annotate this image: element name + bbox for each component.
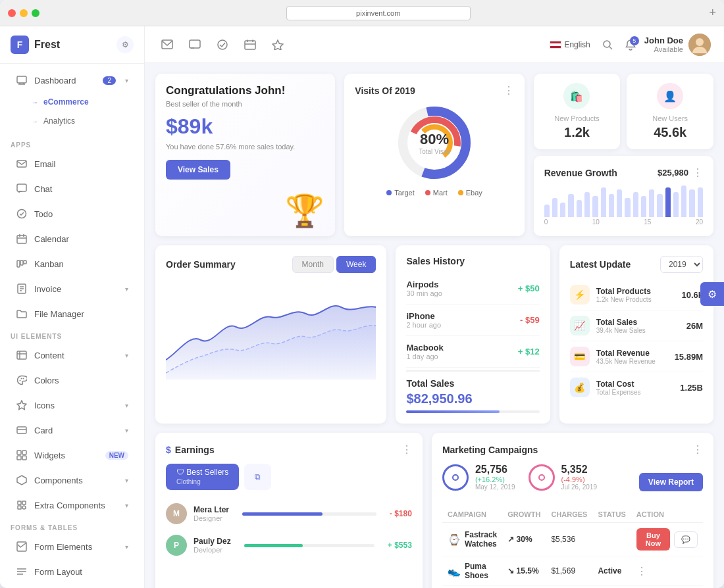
sidebar-item-chat[interactable]: Chat xyxy=(5,177,139,201)
marketing-title: Marketing Campaigns xyxy=(442,445,538,455)
update-cost-icon: 💰 xyxy=(570,378,590,397)
visits-menu[interactable]: ⋮ xyxy=(504,84,514,97)
legend-ebay: Ebay xyxy=(458,189,482,197)
update-cost-name: Total Cost xyxy=(596,380,674,389)
ui-section-label: UI ELEMENTS xyxy=(0,326,144,343)
sidebar-item-extra[interactable]: Extra Components ▾ xyxy=(5,493,139,517)
check-icon[interactable] xyxy=(213,36,232,54)
sidebar-item-widgets[interactable]: Widgets NEW xyxy=(5,443,139,467)
language-selector[interactable]: English xyxy=(550,40,590,49)
widgets-label: Widgets xyxy=(34,451,99,460)
sales-item-iphone: iPhone 2 hour ago - $59 xyxy=(406,305,539,336)
search-icon[interactable] xyxy=(598,36,617,54)
sidebar-item-colors[interactable]: Colors xyxy=(5,368,139,392)
form-elements-chevron: ▾ xyxy=(125,543,128,551)
sidebar-item-form-elements[interactable]: Form Elements ▾ xyxy=(5,535,139,558)
order-chart: 1 2 3 4 5 6 7 8 9 xyxy=(166,281,376,380)
sidebar-item-invoice[interactable]: Invoice ▾ xyxy=(5,277,139,301)
visits-card: Visits Of 2019 ⋮ 80% xyxy=(344,74,524,236)
sidebar-item-calendar[interactable]: Calendar xyxy=(5,227,139,251)
update-products-icon: ⚡ xyxy=(570,285,590,305)
mstat-1-change: (+16.2%) xyxy=(475,476,515,483)
td-puma-action: ⋮ xyxy=(631,556,703,586)
close-dot[interactable] xyxy=(8,9,16,17)
sidebar-item-filemanager[interactable]: File Manager xyxy=(5,302,139,326)
marketing-menu[interactable]: ⋮ xyxy=(692,443,703,456)
sidebar-item-components[interactable]: Components ▾ xyxy=(5,468,139,492)
sidebar-item-form-layout[interactable]: Form Layout xyxy=(5,560,139,583)
chat-button[interactable]: 💬 xyxy=(674,531,698,548)
congrats-desc: You have done 57.6% more sales today. xyxy=(166,143,324,151)
sales-name-airpods: Airpods xyxy=(406,280,442,289)
bottom-row: $ Earnings ⋮ 🛡 Best Sellers Clothing xyxy=(155,433,713,588)
revenue-bar-5 xyxy=(584,192,590,217)
mail-icon[interactable] xyxy=(158,36,176,54)
minimize-dot[interactable] xyxy=(20,9,28,17)
bar-label-3: 20 xyxy=(696,218,703,226)
mstat-1-value: 25,756 xyxy=(475,464,515,476)
revenue-bar-chart xyxy=(544,184,703,217)
new-tab-button[interactable]: + xyxy=(709,6,716,20)
congrats-card: Congratulations John! Best seller of the… xyxy=(155,74,335,236)
icons-icon xyxy=(16,399,28,411)
sidebar-item-card[interactable]: Card ▾ xyxy=(5,418,139,442)
calendar-header-icon[interactable] xyxy=(241,36,259,54)
sidebar-item-icons[interactable]: Icons ▾ xyxy=(5,393,139,417)
notifications-button[interactable]: 5 xyxy=(625,39,636,51)
view-sales-button[interactable]: View Sales xyxy=(166,160,230,180)
td-fastrack-charges: $5,536 xyxy=(546,523,592,556)
titlebar: + xyxy=(0,0,724,26)
url-input[interactable] xyxy=(286,6,471,20)
sidebar-item-email[interactable]: Email xyxy=(5,152,139,176)
sidebar-item-ecommerce[interactable]: → eCommerce xyxy=(25,93,139,111)
email-label: Email xyxy=(34,159,128,169)
user-name: John Doe xyxy=(644,36,683,45)
svg-rect-7 xyxy=(17,235,26,243)
revenue-menu[interactable]: ⋮ xyxy=(692,166,703,179)
person-pauly-role: Devloper xyxy=(194,546,231,554)
extra-icon xyxy=(16,499,28,511)
sidebar-item-kanban[interactable]: Kanban xyxy=(5,252,139,276)
settings-icon[interactable]: ⚙ xyxy=(116,36,134,53)
order-tab-month[interactable]: Month xyxy=(292,256,334,273)
card-chevron: ▾ xyxy=(125,427,128,434)
sidebar-item-dashboard[interactable]: Dashboard 2 ▾ xyxy=(5,68,139,92)
table-row-fastrack: ⌚ Fastrack Watches ↗ 30% $5,536 xyxy=(442,523,703,556)
sidebar-item-content[interactable]: Content ▾ xyxy=(5,343,139,367)
logo-icon: F xyxy=(11,36,29,54)
revenue-bar-3 xyxy=(568,194,573,217)
buy-now-button[interactable]: Buy Now xyxy=(636,528,670,551)
sidebar-item-todo[interactable]: Todo xyxy=(5,202,139,226)
message-icon[interactable] xyxy=(186,36,204,54)
order-tab-week[interactable]: Week xyxy=(336,256,376,273)
td-puma-charges: $1,569 xyxy=(546,556,592,586)
view-report-button[interactable]: View Report xyxy=(639,473,703,491)
earnings-tab-copy[interactable]: ⧉ xyxy=(244,464,271,490)
sidebar-item-analytics[interactable]: → Analytics xyxy=(25,112,139,130)
earnings-tab-bestsellers[interactable]: 🛡 Best Sellers Clothing xyxy=(166,464,239,490)
earnings-menu[interactable]: ⋮ xyxy=(401,443,412,456)
avatar[interactable] xyxy=(688,34,711,56)
marketing-stats: 25,756 (+16.2%) May 12, 2019 xyxy=(442,464,597,491)
earnings-tab-sub: Clothing xyxy=(176,478,201,485)
person-pauly-name: Pauly Dez xyxy=(194,537,231,546)
star-icon[interactable] xyxy=(269,36,287,54)
td-puma-status: Active xyxy=(592,556,631,586)
avatar-mera: M xyxy=(166,503,187,524)
update-products-sub: 1.2k New Products xyxy=(596,296,675,303)
settings-float-button[interactable]: ⚙ xyxy=(700,282,724,306)
revenue-bar-7 xyxy=(601,187,606,217)
action-dots[interactable]: ⋮ xyxy=(636,566,647,577)
revenue-bar-9 xyxy=(617,189,622,217)
legend-target: Target xyxy=(386,189,415,197)
sidebar-item-form-wizard[interactable]: Form Wizard xyxy=(5,585,139,588)
components-chevron: ▾ xyxy=(125,477,128,484)
update-sales-info: Total Sales 39.4k New Sales xyxy=(596,318,680,334)
stat-new-users-label: New Users xyxy=(636,114,704,122)
maximize-dot[interactable] xyxy=(32,9,39,17)
new-products-icon: 🛍️ xyxy=(563,83,590,109)
td-fastrack-action: Buy Now 💬 xyxy=(631,523,703,556)
revenue-bar-14 xyxy=(657,194,662,217)
year-select[interactable]: 2019 xyxy=(660,256,703,273)
mstat-2-change: (-4.9%) xyxy=(561,476,598,483)
